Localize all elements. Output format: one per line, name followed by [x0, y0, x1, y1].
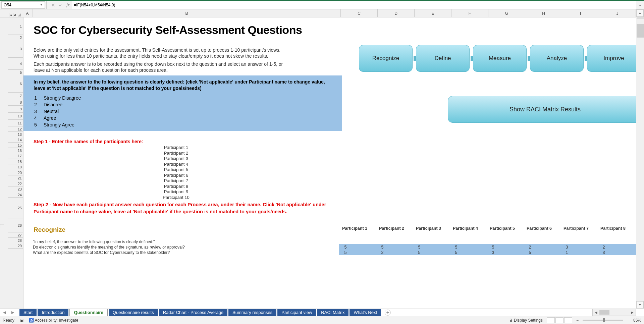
participant-name[interactable]: Participant 10 [158, 195, 195, 201]
answer-value[interactable]: 5 [453, 250, 460, 255]
scroll-down-icon[interactable]: ▼ [636, 301, 644, 309]
select-all-icon[interactable] [18, 13, 21, 16]
sheet-tab-introduction[interactable]: Introduction [38, 309, 68, 316]
sheet-tab-radar-chart---process-average[interactable]: Radar Chart - Process Average [159, 309, 227, 316]
column-header-H[interactable]: H [525, 9, 562, 17]
outline-level-2[interactable]: 2 [13, 13, 17, 17]
sheet-tab-start[interactable]: Start [19, 309, 37, 316]
shape-analyze[interactable]: Analyze [530, 45, 584, 72]
tab-nav-next-icon[interactable]: ▶ [11, 310, 14, 315]
column-header-A[interactable]: A [22, 9, 33, 17]
answer-value[interactable]: 5 [490, 245, 496, 250]
scroll-up-icon[interactable]: ▲ [636, 9, 644, 17]
sheet-tab-questionnaire-results[interactable]: Questionnaire results [109, 309, 158, 316]
participant-name[interactable]: Participant 4 [158, 162, 195, 167]
answer-value[interactable]: 1 [564, 250, 570, 255]
answer-value[interactable]: 3 [564, 245, 570, 250]
outline-collapse-icon[interactable]: − [0, 224, 4, 228]
shape-recognize[interactable]: Recognize [359, 45, 413, 72]
row-header-10[interactable]: 10 [8, 113, 23, 120]
row-header-17[interactable]: 17 [8, 153, 23, 159]
row-header-23[interactable]: 23 [8, 186, 23, 192]
row-header-9[interactable]: 9 [8, 106, 23, 113]
scrollbar-thumb[interactable] [599, 310, 609, 315]
participant-name[interactable]: Participant 7 [158, 178, 195, 184]
row-header-16[interactable]: 16 [8, 148, 23, 153]
sheet-tab-raci-matrix[interactable]: RACI Matrix [317, 309, 348, 316]
participant-name[interactable]: Participant 2 [158, 151, 195, 156]
row-header-20[interactable]: 20 [8, 170, 23, 175]
row-header-28[interactable]: 28 [8, 238, 23, 243]
column-header-I[interactable]: I [562, 9, 599, 17]
row-header-18[interactable]: 18 [8, 159, 23, 164]
page-layout-view-icon[interactable] [555, 317, 564, 323]
answer-value[interactable]: 2 [527, 245, 533, 250]
answer-value[interactable]: 2 [379, 250, 386, 255]
participant-name[interactable]: Participant 8 [158, 184, 195, 190]
normal-view-icon[interactable] [547, 317, 555, 323]
name-box[interactable]: O54 ▼ [1, 1, 45, 9]
participant-name[interactable]: Participant 5 [158, 167, 195, 173]
sheet-tab-questionnaire[interactable]: Questionnaire [69, 309, 107, 316]
participant-name[interactable]: Participant 9 [158, 189, 195, 195]
select-all-corner[interactable]: 1 2 [0, 9, 22, 17]
sheet-tab-summary-responses[interactable]: Summary responses [228, 309, 276, 316]
answer-value[interactable]: 5 [342, 250, 349, 255]
page-break-view-icon[interactable] [564, 317, 572, 323]
answer-value[interactable]: 5 [416, 250, 423, 255]
scroll-right-icon[interactable]: ▶ [629, 311, 636, 314]
show-raci-button[interactable]: Show RACI Matrix Results [448, 96, 636, 123]
accessibility-status[interactable]: ♿ Accessibility: Investigate [29, 318, 78, 323]
row-header-11[interactable]: 11 [8, 120, 23, 126]
shape-define[interactable]: Define [416, 45, 470, 72]
row-header-4[interactable]: 4 [8, 58, 23, 70]
row-header-3[interactable]: 3 [8, 40, 23, 58]
answer-value[interactable]: 5 [453, 245, 460, 250]
row-header-6[interactable]: 6 [8, 75, 23, 93]
zoom-slider[interactable] [583, 320, 623, 321]
row-header-25[interactable]: 25 [8, 198, 23, 218]
answer-value[interactable]: 3 [600, 250, 607, 255]
answer-value[interactable]: 5 [379, 245, 386, 250]
enter-icon[interactable]: ✓ [57, 2, 64, 8]
zoom-level[interactable]: 85% [633, 318, 641, 323]
answer-value[interactable]: 2 [600, 245, 607, 250]
answer-value[interactable]: 5 [416, 245, 423, 250]
horizontal-scrollbar[interactable]: ◀ ▶ [592, 309, 636, 316]
column-header-G[interactable]: G [488, 9, 525, 17]
sheet-tab-what's-next[interactable]: What's Next [350, 309, 381, 316]
fx-icon[interactable]: fx [64, 2, 72, 8]
row-header-12[interactable]: 12 [8, 126, 23, 132]
row-header-22[interactable]: 22 [8, 181, 23, 186]
row-header-26[interactable]: 26 [8, 218, 23, 232]
row-header-13[interactable]: 13 [8, 132, 23, 137]
row-header-7[interactable]: 7 [8, 93, 23, 99]
column-header-B[interactable]: B [33, 9, 341, 17]
participant-name[interactable]: Participant 3 [158, 156, 195, 162]
shape-measure[interactable]: Measure [473, 45, 527, 72]
answer-value[interactable]: 5 [342, 245, 349, 250]
outline-level-1[interactable]: 1 [9, 13, 13, 17]
column-header-E[interactable]: E [415, 9, 451, 17]
row-header-14[interactable]: 14 [8, 137, 23, 143]
cancel-icon[interactable]: ✕ [50, 2, 57, 8]
sheet-tab-participant-view[interactable]: Participant view [277, 309, 316, 316]
spreadsheet-grid[interactable]: SOC for Cybersecurity Self-Assessment Qu… [23, 17, 636, 309]
scrollbar-thumb[interactable] [637, 24, 644, 38]
answer-value[interactable]: 5 [527, 250, 533, 255]
answer-value[interactable]: 3 [490, 250, 496, 255]
vertical-scrollbar[interactable]: ▲ ▼ [636, 9, 644, 309]
participant-name[interactable]: Participant 1 [158, 145, 195, 151]
zoom-in-icon[interactable]: + [627, 318, 629, 323]
row-header-5[interactable]: 5 [8, 70, 23, 75]
tab-nav-prev-icon[interactable]: ◀ [3, 310, 6, 315]
participant-name[interactable]: Participant 6 [158, 173, 195, 178]
column-header-F[interactable]: F [451, 9, 488, 17]
tab-navigation[interactable]: ◀ ▶ [0, 310, 17, 315]
row-header-2[interactable]: 2 [8, 35, 23, 40]
display-settings[interactable]: 🖥 Display Settings [509, 318, 543, 323]
name-box-dropdown-icon[interactable]: ▼ [40, 3, 43, 6]
zoom-out-icon[interactable]: − [576, 318, 579, 323]
row-header-29[interactable]: 29 [8, 243, 23, 249]
formula-input[interactable]: =IF(N54>0,M54/N54,0) [72, 1, 636, 9]
